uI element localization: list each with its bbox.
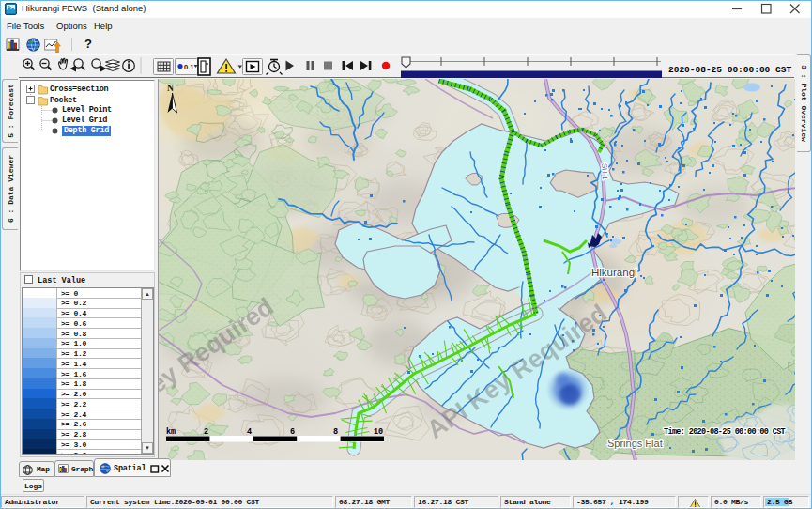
svg-text:10: 10 bbox=[374, 427, 383, 437]
svg-text:2020-08-25 00:00:00 CST: 2020-08-25 00:00:00 CST bbox=[668, 65, 791, 75]
svg-text:2: 2 bbox=[204, 427, 208, 437]
svg-text:km: km bbox=[166, 427, 176, 437]
svg-text:Time: 2020-08-25 00:00:00 CST: Time: 2020-08-25 00:00:00 CST bbox=[664, 427, 786, 437]
svg-text:SH 1: SH 1 bbox=[600, 163, 609, 181]
svg-text:4: 4 bbox=[247, 427, 252, 437]
svg-text:8: 8 bbox=[333, 427, 338, 437]
svg-text:Springs Flat: Springs Flat bbox=[607, 438, 663, 449]
svg-text:Hikurangi: Hikurangi bbox=[591, 267, 637, 278]
svg-text:N: N bbox=[167, 84, 174, 93]
svg-text:0.1: 0.1 bbox=[184, 63, 193, 71]
svg-text:6: 6 bbox=[290, 427, 295, 437]
